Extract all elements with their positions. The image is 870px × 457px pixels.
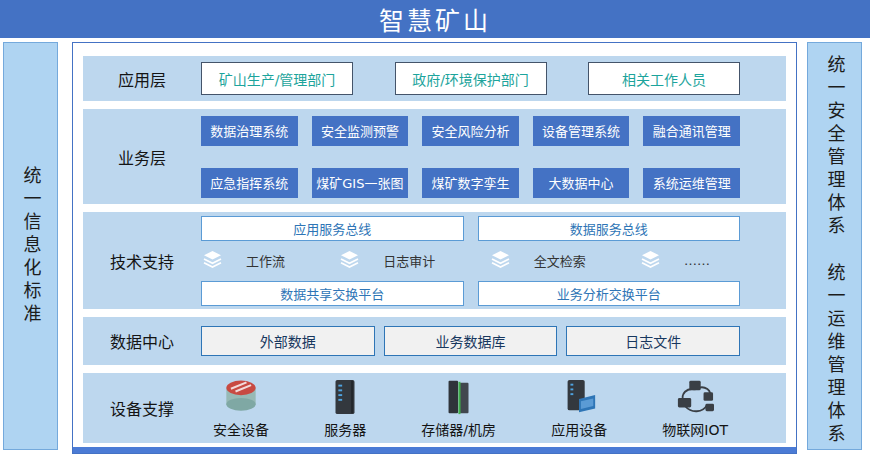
- device-item-application: 应用设备: [551, 378, 607, 439]
- tech-item-workflow: 工作流: [203, 251, 285, 271]
- device-item-iot: 物联网IOT: [662, 378, 728, 439]
- app-box-related-staff: 相关工作人员: [588, 62, 740, 95]
- data-box-business-db: 业务数据库: [384, 326, 558, 356]
- biz-gis-one-map: 煤矿GIS一张图: [312, 168, 409, 198]
- data-box-log-files: 日志文件: [566, 326, 740, 356]
- tech-item-log-audit: 日志审计: [340, 251, 435, 271]
- tech-app-service-bus: 应用服务总线: [201, 216, 464, 241]
- data-center-boxes: 外部数据 业务数据库 日志文件: [201, 326, 740, 356]
- tech-bus-row: 应用服务总线 数据服务总线: [201, 216, 740, 241]
- security-device-icon: [219, 378, 263, 416]
- right-pillar-ops-label: 统一运维管理体系: [825, 263, 845, 447]
- device-label: 服务器: [324, 419, 366, 439]
- architecture-container: 应用层 矿山生产/管理部门 政府/环境保护部门 相关工作人员 业务层 数据治理系…: [72, 42, 797, 454]
- layer-application-label: 应用层: [83, 67, 201, 91]
- app-box-mine-production: 矿山生产/管理部门: [201, 62, 353, 95]
- left-pillar-information-standard: 统一信息化标准: [3, 42, 58, 450]
- layer-tech-support: 技术支持 应用服务总线 数据服务总线 工作流: [83, 212, 786, 309]
- layer-business-label: 业务层: [83, 145, 201, 169]
- application-boxes: 矿山生产/管理部门 政府/环境保护部门 相关工作人员: [201, 62, 740, 95]
- layer-tech-label: 技术支持: [83, 249, 201, 273]
- device-item-security: 安全设备: [213, 378, 269, 439]
- page-title: 智慧矿山: [379, 1, 491, 37]
- device-items: 安全设备 服务器: [201, 378, 740, 439]
- iot-network-icon: [674, 378, 716, 416]
- tech-biz-analysis-platform: 业务分析交换平台: [478, 281, 741, 306]
- tech-item-label: 工作流: [246, 251, 285, 270]
- layer-device-support: 设备支撑 安全设备: [83, 373, 786, 443]
- layer-device-label: 设备支撑: [83, 396, 201, 420]
- tech-item-fulltext-search: 全文检索: [491, 251, 586, 271]
- title-banner: 智慧矿山: [0, 0, 870, 38]
- tech-item-label: 日志审计: [383, 251, 435, 270]
- tech-content: 应用服务总线 数据服务总线 工作流 日志审计: [201, 216, 740, 306]
- biz-emergency-command: 应急指挥系统: [201, 168, 298, 198]
- layers-stack-icon: [641, 251, 660, 271]
- business-buttons: 数据治理系统 安全监测预警 安全风险分析 设备管理系统 融合通讯管理 应急指挥系…: [201, 116, 740, 198]
- layer-data-label: 数据中心: [83, 329, 201, 353]
- device-label: 存储器/机房: [421, 419, 496, 439]
- biz-risk-analysis: 安全风险分析: [422, 116, 519, 146]
- container-bottom-accent-bar: [73, 447, 796, 453]
- tech-item-label: 全文检索: [534, 251, 586, 270]
- biz-data-governance: 数据治理系统: [201, 116, 298, 146]
- tech-middleware-row: 工作流 日志审计 全文检索: [201, 250, 740, 272]
- device-item-server: 服务器: [324, 378, 366, 439]
- tech-data-service-bus: 数据服务总线: [478, 216, 741, 241]
- layer-data-center: 数据中心 外部数据 业务数据库 日志文件: [83, 317, 786, 365]
- layer-application: 应用层 矿山生产/管理部门 政府/环境保护部门 相关工作人员: [83, 56, 786, 101]
- biz-equipment-mgmt: 设备管理系统: [533, 116, 630, 146]
- left-pillar-label: 统一信息化标准: [21, 166, 41, 327]
- right-pillar-management-systems: 统一安全管理体系 统一运维管理体系: [807, 42, 862, 450]
- tech-item-label: ……: [684, 253, 710, 268]
- smart-mine-architecture-diagram: 智慧矿山 统一信息化标准 应用层 矿山生产/管理部门 政府/环境保护部门 相关工…: [0, 0, 870, 457]
- tech-platform-row: 数据共享交换平台 业务分析交换平台: [201, 281, 740, 306]
- biz-comm-mgmt: 融合通讯管理: [643, 116, 740, 146]
- storage-room-icon: [440, 378, 478, 416]
- layers-stack-icon: [491, 251, 510, 271]
- tech-data-share-platform: 数据共享交换平台: [201, 281, 464, 306]
- biz-digital-twin: 煤矿数字孪生: [422, 168, 519, 198]
- layers-stack-icon: [203, 251, 222, 271]
- biz-ops-mgmt: 系统运维管理: [643, 168, 740, 198]
- layer-business: 业务层 数据治理系统 安全监测预警 安全风险分析 设备管理系统 融合通讯管理 应…: [83, 109, 786, 204]
- server-icon: [326, 378, 364, 416]
- biz-safety-monitoring: 安全监测预警: [312, 116, 409, 146]
- device-label: 物联网IOT: [662, 419, 728, 439]
- tech-item-ellipsis: ……: [641, 251, 710, 271]
- app-device-icon: [560, 378, 598, 416]
- device-label: 安全设备: [213, 419, 269, 439]
- biz-big-data-center: 大数据中心: [533, 168, 630, 198]
- layers-stack-icon: [340, 251, 359, 271]
- device-label: 应用设备: [551, 419, 607, 439]
- app-box-government-env: 政府/环境保护部门: [395, 62, 547, 95]
- data-box-external-data: 外部数据: [201, 326, 375, 356]
- right-pillar-security-label: 统一安全管理体系: [825, 55, 845, 239]
- storage-room-icon-item: 存储器/机房: [421, 378, 496, 439]
